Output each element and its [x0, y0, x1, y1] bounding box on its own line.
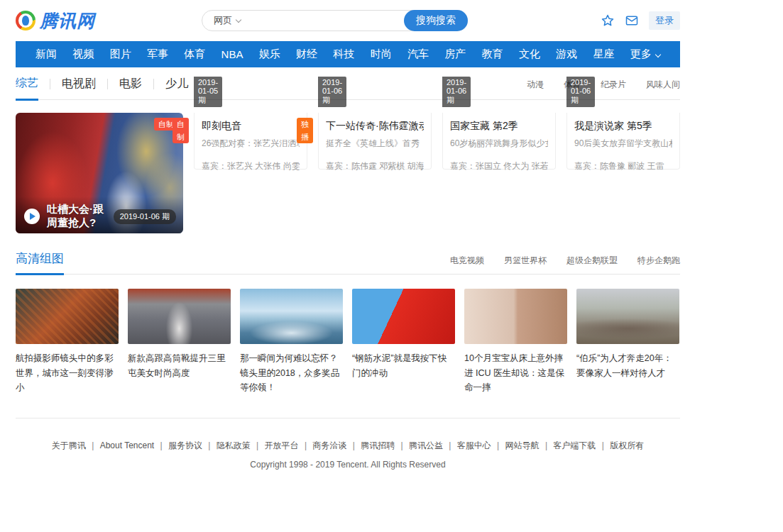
- video-guests: 嘉宾：张艺兴 大张伟 尚雯婕: [202, 160, 300, 172]
- video-subtitle: 60岁杨丽萍跳舞身形似少女: [450, 138, 548, 150]
- footer-link-privacy[interactable]: 隐私政策: [204, 440, 250, 450]
- hero-video-card[interactable]: 自制 吐槽大会·跟周董抢人? 2019-01-06 期: [16, 113, 183, 233]
- copyright: Copyright 1998 - 2019 Tencent. All Right…: [16, 460, 680, 470]
- nav-item-entertainment[interactable]: 娱乐: [259, 48, 280, 61]
- footer-link-about[interactable]: 关于腾讯: [52, 440, 86, 450]
- tab-tv-series[interactable]: 电视剧: [62, 77, 96, 99]
- sogou-search-button[interactable]: 搜狗搜索: [404, 10, 468, 31]
- photo-caption[interactable]: 那一瞬间为何难以忘怀？镜头里的2018，众多奖品等你领！: [240, 351, 343, 395]
- nav-item-pictures[interactable]: 图片: [110, 48, 131, 61]
- hero-title: 吐槽大会·跟周董抢人?: [47, 203, 114, 230]
- photo-grid: 航拍摄影师镜头中的多彩世界，城市这一刻变得渺小 新款高跟高筒靴提升三里屯美女时尚…: [16, 289, 680, 395]
- nav-item-horoscope[interactable]: 星座: [593, 48, 615, 61]
- footer-link-open-platform[interactable]: 开放平台: [253, 440, 298, 450]
- footer-link-client-download[interactable]: 客户端下载: [542, 440, 596, 450]
- footer-link-about-en[interactable]: About Tencent: [88, 440, 154, 450]
- divider: [50, 79, 50, 89]
- video-card[interactable]: 2019-01-06 期 我是演说家 第5季 90后美女放弃留学支教山村 嘉宾：…: [566, 113, 680, 233]
- link-penguin-run[interactable]: 特步企鹅跑: [637, 255, 680, 267]
- nav-item-house[interactable]: 房产: [444, 48, 466, 61]
- featured-videos-row: 自制 吐槽大会·跟周董抢人? 2019-01-06 期 自制 2019-01-0…: [16, 113, 680, 233]
- video-guests: 嘉宾：陈鲁豫 郦波 王雷: [574, 160, 672, 172]
- photo-thumbnail[interactable]: [240, 289, 343, 344]
- link-super-penguin-league[interactable]: 超级企鹅联盟: [566, 255, 618, 267]
- search-category-dropdown[interactable]: 网页: [202, 14, 248, 27]
- footer-link-jobs[interactable]: 腾讯招聘: [349, 440, 395, 450]
- photo-thumbnail[interactable]: [464, 289, 567, 344]
- footer-link-copyright[interactable]: 版权所有: [598, 440, 644, 450]
- divider: [153, 79, 154, 89]
- photo-thumbnail[interactable]: [352, 289, 455, 344]
- nav-item-fashion[interactable]: 时尚: [371, 48, 392, 61]
- nav-item-sports[interactable]: 体育: [184, 48, 205, 61]
- video-title[interactable]: 国家宝藏 第2季: [450, 120, 548, 133]
- photo-thumbnail[interactable]: [128, 289, 231, 344]
- photo-caption[interactable]: “伯乐”为人才奔走20年：要像家人一样对待人才: [576, 351, 679, 380]
- photo-caption[interactable]: 10个月宝宝从床上意外摔进 ICU 医生却说：这是保命一摔: [464, 351, 567, 395]
- hero-overlay: 吐槽大会·跟周董抢人? 2019-01-06 期: [16, 196, 183, 233]
- video-card-body: 即刻电音 26强配对赛：张艺兴泪洒现场 嘉宾：张艺兴 大张伟 尚雯婕: [194, 113, 307, 170]
- photo-caption[interactable]: 航拍摄影师镜头中的多彩世界，城市这一刻变得渺小: [16, 351, 119, 395]
- header-actions: 登录: [601, 11, 680, 30]
- video-card[interactable]: 独播 2019-01-06 期 下一站传奇·陈伟霆激动 挺齐全《英雄上线》首秀 …: [318, 113, 432, 233]
- footer: 关于腾讯 About Tencent 服务协议 隐私政策 开放平台 商务洽谈 腾…: [16, 418, 680, 470]
- video-card-body: 国家宝藏 第2季 60岁杨丽萍跳舞身形似少女 嘉宾：张国立 佟大为 张若昀: [442, 113, 556, 170]
- gallery-section-title[interactable]: 高清组图: [16, 250, 64, 275]
- photo-item[interactable]: 航拍摄影师镜头中的多彩世界，城市这一刻变得渺小: [16, 289, 119, 395]
- penguin-logo-icon: [16, 11, 35, 31]
- photo-gallery-section: 高清组图 电竞视频 男篮世界杯 超级企鹅联盟 特步企鹅跑 航拍摄影师镜头中的多彩…: [16, 250, 680, 395]
- photo-caption[interactable]: “钢筋水泥”就是我按下快门的冲动: [352, 351, 455, 380]
- link-flavor-world[interactable]: 风味人间: [646, 79, 680, 91]
- footer-link-sitemap[interactable]: 网站导航: [493, 440, 539, 450]
- photo-item[interactable]: 那一瞬间为何难以忘怀？镜头里的2018，众多奖品等你领！: [240, 289, 343, 395]
- footer-link-terms[interactable]: 服务协议: [157, 440, 202, 450]
- video-title[interactable]: 即刻电音: [202, 120, 300, 133]
- link-basketball-worldcup[interactable]: 男篮世界杯: [504, 255, 547, 267]
- nav-item-tech[interactable]: 科技: [333, 48, 354, 61]
- footer-link-service[interactable]: 客服中心: [445, 440, 491, 450]
- tab-movies[interactable]: 电影: [119, 77, 142, 99]
- nav-item-culture[interactable]: 文化: [519, 48, 540, 61]
- video-title[interactable]: 我是演说家 第5季: [574, 120, 672, 133]
- nav-item-video[interactable]: 视频: [72, 48, 94, 61]
- nav-item-military[interactable]: 军事: [147, 48, 168, 61]
- mail-icon[interactable]: [625, 13, 639, 28]
- video-card[interactable]: 2019-01-06 期 国家宝藏 第2季 60岁杨丽萍跳舞身形似少女 嘉宾：张…: [442, 113, 556, 233]
- chevron-down-icon: [236, 16, 241, 22]
- category-tabs: 综艺 电视剧 电影 少儿: [16, 76, 188, 99]
- photo-thumbnail[interactable]: [576, 289, 679, 344]
- tab-variety[interactable]: 综艺: [16, 76, 38, 101]
- star-icon[interactable]: [601, 13, 615, 28]
- tencent-logo[interactable]: 腾讯网: [16, 9, 95, 33]
- photo-caption[interactable]: 新款高跟高筒靴提升三里屯美女时尚高度: [128, 351, 231, 380]
- photo-thumbnail[interactable]: [16, 289, 119, 344]
- photo-item[interactable]: “钢筋水泥”就是我按下快门的冲动: [352, 289, 455, 395]
- tab-kids[interactable]: 少儿: [165, 77, 188, 99]
- photo-item[interactable]: 10个月宝宝从床上意外摔进 ICU 医生却说：这是保命一摔: [464, 289, 567, 395]
- header: 腾讯网 网页 搜狗搜索 登录: [16, 0, 680, 41]
- nav-item-education[interactable]: 教育: [482, 48, 503, 61]
- footer-links: 关于腾讯 About Tencent 服务协议 隐私政策 开放平台 商务洽谈 腾…: [16, 440, 680, 452]
- link-esports-video[interactable]: 电竞视频: [450, 255, 484, 267]
- nav-more-label: 更多: [630, 48, 652, 61]
- video-guests: 嘉宾：陈伟霆 邓紫棋 胡海泉: [326, 160, 424, 172]
- video-card[interactable]: 自制 2019-01-05 期 即刻电音 26强配对赛：张艺兴泪洒现场 嘉宾：张…: [194, 113, 307, 233]
- nav-item-finance[interactable]: 财经: [296, 48, 317, 61]
- nav-item-news[interactable]: 新闻: [35, 48, 57, 61]
- footer-link-charity[interactable]: 腾讯公益: [398, 440, 443, 450]
- nav-more[interactable]: 更多: [630, 48, 660, 61]
- nav-item-auto[interactable]: 汽车: [407, 48, 429, 61]
- video-title[interactable]: 下一站传奇·陈伟霆激动: [326, 120, 424, 133]
- subnav-right-links: 动漫 体育 纪录片 风味人间: [527, 79, 680, 99]
- nav-item-games[interactable]: 游戏: [556, 48, 577, 61]
- gallery-right-links: 电竞视频 男篮世界杯 超级企鹅联盟 特步企鹅跑: [450, 255, 680, 274]
- photo-item[interactable]: “伯乐”为人才奔走20年：要像家人一样对待人才: [576, 289, 679, 395]
- link-anime[interactable]: 动漫: [527, 79, 544, 91]
- nav-item-nba[interactable]: NBA: [221, 48, 243, 60]
- divider: [107, 79, 108, 89]
- footer-link-business[interactable]: 商务洽谈: [301, 440, 346, 450]
- video-card-body: 我是演说家 第5季 90后美女放弃留学支教山村 嘉宾：陈鲁豫 郦波 王雷: [566, 113, 680, 170]
- login-button[interactable]: 登录: [649, 11, 680, 30]
- photo-item[interactable]: 新款高跟高筒靴提升三里屯美女时尚高度: [128, 289, 231, 395]
- link-documentary[interactable]: 纪录片: [601, 79, 626, 91]
